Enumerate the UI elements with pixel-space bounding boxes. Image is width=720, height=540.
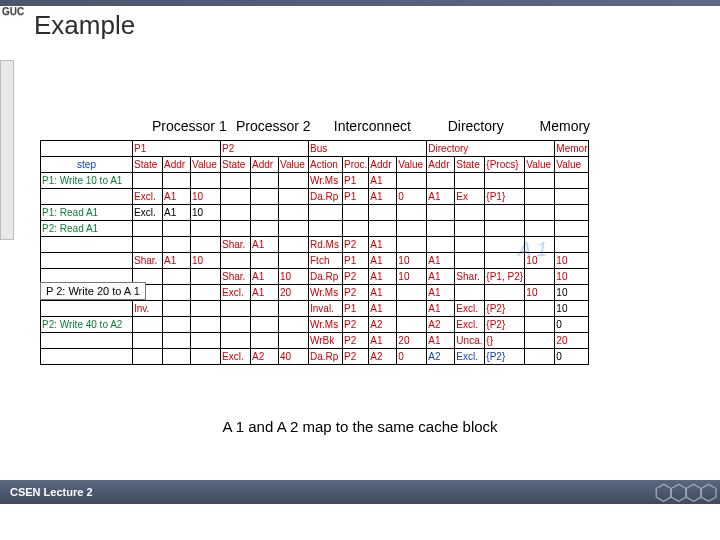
col-header-dir: Directory — [448, 118, 536, 134]
table-row: Shar.A1Rd.MsP2A1 — [41, 237, 589, 253]
hdr-addr-p2: Addr — [251, 157, 279, 173]
hdr-addr-dir: Addr — [427, 157, 455, 173]
hdr-value-bus: Value — [397, 157, 427, 173]
table-row: P2: Read A1 — [41, 221, 589, 237]
hdr-p1: P1 — [133, 141, 221, 157]
col-header-p1: Processor 1 — [152, 118, 232, 134]
hdr-proc: Proc. — [343, 157, 369, 173]
hdr-bus: Bus — [309, 141, 427, 157]
sidebar-band-1 — [0, 60, 14, 240]
table-row: P1: Read A1Excl.A110 — [41, 205, 589, 221]
hdr-procs: {Procs} — [485, 157, 525, 173]
logo: GUC — [2, 6, 24, 17]
hex-icon: ⬡⬡⬡⬡ — [654, 480, 714, 506]
table-row: WrBkP2A120A1Unca.{}20 — [41, 333, 589, 349]
hdr-value-p1: Value — [191, 157, 221, 173]
table-row: Excl.A110Da.RpP1A10A1Ex{P1} — [41, 189, 589, 205]
hdr-value-mem: Value — [555, 157, 589, 173]
hdr-action: Action — [309, 157, 343, 173]
table-row: P2: Write 40 to A2Wr.MsP2A2A2Excl.{P2}0 — [41, 317, 589, 333]
col-header-mem: Memory — [540, 118, 591, 134]
callout-label: P 2: Write 20 to A 1 — [40, 282, 146, 300]
footer-bar: CSEN Lecture 2 — [0, 480, 720, 504]
coherence-table: P1 P2 Bus Directory Memor step State Add… — [40, 140, 589, 365]
hdr-state-p1: State — [133, 157, 163, 173]
table-row: Shar.A110FtchP1A110A11010 — [41, 253, 589, 269]
table-header-sub: step State Addr Value State Addr Value A… — [41, 157, 589, 173]
hdr-state-dir: State — [455, 157, 485, 173]
hdr-p2: P2 — [221, 141, 309, 157]
col-header-bus: Interconnect — [334, 118, 444, 134]
footer-text: CSEN Lecture 2 — [10, 486, 93, 498]
hdr-step: step — [41, 157, 133, 173]
table-row: P1: Write 10 to A1Wr.MsP1A1 — [41, 173, 589, 189]
caption: A 1 and A 2 map to the same cache block — [0, 418, 720, 435]
top-accent-bar — [0, 0, 720, 6]
hdr-addr-p1: Addr — [163, 157, 191, 173]
hdr-value-dir: Value — [525, 157, 555, 173]
table-header-group: P1 P2 Bus Directory Memor — [41, 141, 589, 157]
column-group-headers: Processor 1 Processor 2 Interconnect Dir… — [152, 118, 590, 134]
hdr-dir: Directory — [427, 141, 555, 157]
hdr-addr-bus: Addr — [369, 157, 397, 173]
table-row: Excl.A240Da.RpP2A20A2Excl.{P2}0 — [41, 349, 589, 365]
hdr-value-p2: Value — [279, 157, 309, 173]
hdr-state-p2: State — [221, 157, 251, 173]
hdr-mem: Memor — [555, 141, 589, 157]
col-header-p2: Processor 2 — [236, 118, 330, 134]
page-title: Example — [34, 10, 135, 41]
table-row: Inv.Inval.P1A1A1Excl.{P2}10 — [41, 301, 589, 317]
